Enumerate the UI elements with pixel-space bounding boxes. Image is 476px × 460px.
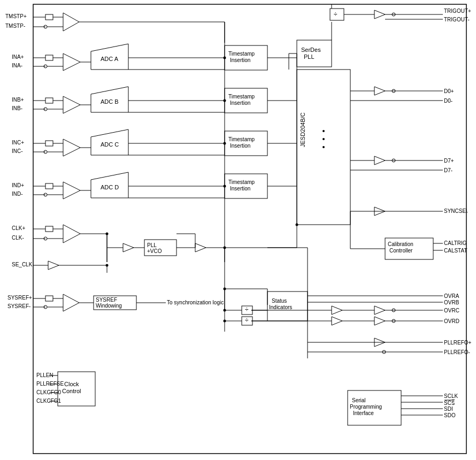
- d0-p-label: D0+: [444, 88, 454, 94]
- sdo-label: SDO: [444, 412, 456, 418]
- adc-d-label: ADC D: [101, 184, 119, 190]
- svg-rect-77: [45, 296, 53, 301]
- syncse-label: SYNCSE\: [444, 208, 467, 214]
- pll-vco-label: PLL: [147, 242, 157, 248]
- cal-ctrl-label2: Controller: [389, 248, 413, 254]
- adc-a-label: ADC A: [101, 56, 119, 62]
- div-symbol: ÷: [334, 11, 337, 18]
- svg-point-118: [323, 138, 325, 140]
- ts3-label: Timestamp: [228, 136, 255, 142]
- sysref-n-label: SYSREF-: [7, 303, 30, 309]
- tmstp-p-label: TMSTP+: [5, 13, 27, 19]
- ts1-label2: Insertion: [230, 57, 250, 63]
- svg-marker-164: [374, 317, 385, 325]
- svg-marker-37: [63, 139, 80, 156]
- div3-symbol: ÷: [245, 317, 249, 324]
- ina-p-label: INA+: [12, 54, 24, 60]
- se-clk-label: SE_CLK: [12, 262, 33, 267]
- sync-logic-label: To synchronization logic: [167, 300, 224, 305]
- d0-n-label: D0-: [444, 98, 452, 104]
- svg-rect-2: [45, 14, 53, 20]
- ovrd-label: OVRD: [444, 318, 459, 324]
- svg-point-171: [296, 224, 298, 226]
- svg-marker-82: [63, 294, 79, 311]
- svg-marker-48: [63, 182, 80, 199]
- inc-n-label: INC-: [12, 148, 23, 154]
- pllrefo-p-label: PLLREFO+: [444, 340, 472, 346]
- clock-control-label: Clock: [64, 381, 79, 387]
- ts3-label2: Insertion: [230, 143, 250, 149]
- svg-marker-64: [48, 261, 59, 270]
- clk-p-label: CLK+: [12, 225, 25, 231]
- svg-marker-59: [63, 225, 80, 243]
- svg-rect-43: [45, 183, 53, 189]
- pllrefo-n-label: PLLREFO-: [444, 349, 470, 355]
- trigout-p-label: TRIGOUT+: [444, 8, 471, 14]
- svg-marker-26: [63, 96, 80, 113]
- div2-symbol: ÷: [245, 306, 249, 313]
- inb-p-label: INB+: [12, 97, 24, 103]
- svg-point-102: [224, 142, 226, 145]
- svg-marker-111: [374, 10, 385, 19]
- ina-n-label: INA-: [12, 63, 22, 68]
- svg-rect-32: [45, 141, 53, 146]
- scs-label: SCS̅: [444, 400, 455, 406]
- spi-label3: Interface: [353, 410, 374, 416]
- ovrc-label: OVRC: [444, 308, 459, 313]
- ts4-label2: Insertion: [230, 186, 250, 191]
- svg-rect-54: [45, 226, 53, 232]
- sysref-windowing-label: SYSREF: [96, 297, 117, 303]
- ind-n-label: IND-: [12, 191, 23, 197]
- svg-marker-130: [374, 156, 385, 165]
- spi-label2: Programming: [350, 404, 382, 410]
- svg-rect-10: [45, 55, 53, 60]
- adc-b-label: ADC B: [101, 98, 119, 105]
- svg-marker-162: [332, 317, 342, 325]
- tmstp-n-label: TMSTP-: [5, 23, 25, 29]
- ts2-label: Timestamp: [228, 94, 255, 99]
- pll-vco-label2: +VCO: [147, 248, 162, 254]
- svg-rect-21: [45, 98, 53, 103]
- diagram-container: TMSTP+ TMSTP- INA+ INA- ADC A INB+ INB- …: [0, 0, 476, 460]
- svg-marker-123: [374, 87, 385, 95]
- d7-p-label: D7+: [444, 158, 454, 164]
- svg-point-117: [323, 130, 325, 132]
- serdes-pll-label: SerDes: [301, 47, 321, 53]
- ts2-label2: Insertion: [230, 100, 250, 106]
- ovra-label: OVRA: [444, 293, 459, 299]
- calstat-label: CALSTAT: [444, 248, 467, 254]
- sdi-label: SDI: [444, 406, 453, 412]
- adc-c-label: ADC C: [101, 141, 119, 148]
- svg-rect-0: [33, 4, 466, 454]
- svg-point-103: [224, 185, 226, 188]
- svg-marker-70: [123, 243, 134, 252]
- serdes-pll-label2: PLL: [304, 53, 314, 60]
- svg-marker-15: [63, 53, 80, 71]
- ind-p-label: IND+: [12, 182, 24, 188]
- status-ind-label2: Indicators: [269, 304, 292, 310]
- ts4-label: Timestamp: [228, 179, 255, 185]
- d7-n-label: D7-: [444, 167, 452, 173]
- svg-point-119: [323, 146, 325, 148]
- jesd-label: JESD204B/C: [300, 112, 306, 147]
- svg-point-100: [224, 57, 226, 59]
- caltrig-label: CALTRIG: [444, 240, 467, 246]
- svg-marker-74: [195, 243, 206, 252]
- cal-ctrl-label: Calibration: [388, 241, 413, 247]
- svg-point-189: [224, 288, 226, 290]
- svg-marker-153: [374, 306, 385, 315]
- svg-point-101: [224, 99, 226, 102]
- status-ind-label: Status: [272, 298, 287, 304]
- svg-marker-7: [63, 13, 79, 31]
- clk-n-label: CLK-: [12, 235, 24, 241]
- sysref-p-label: SYSREF+: [7, 295, 32, 301]
- clock-control-label2: Control: [62, 388, 81, 394]
- inc-p-label: INC+: [12, 140, 24, 145]
- ovrb-label: OVRB: [444, 300, 459, 305]
- sclk-label: SCLK: [444, 393, 458, 399]
- sysref-windowing-label2: Windowing: [96, 303, 122, 309]
- ts1-label: Timestamp: [228, 51, 255, 57]
- inb-n-label: INB-: [12, 105, 22, 111]
- trigout-n-label: TRIGOUT-: [444, 17, 470, 22]
- spi-label: Serial: [352, 397, 366, 403]
